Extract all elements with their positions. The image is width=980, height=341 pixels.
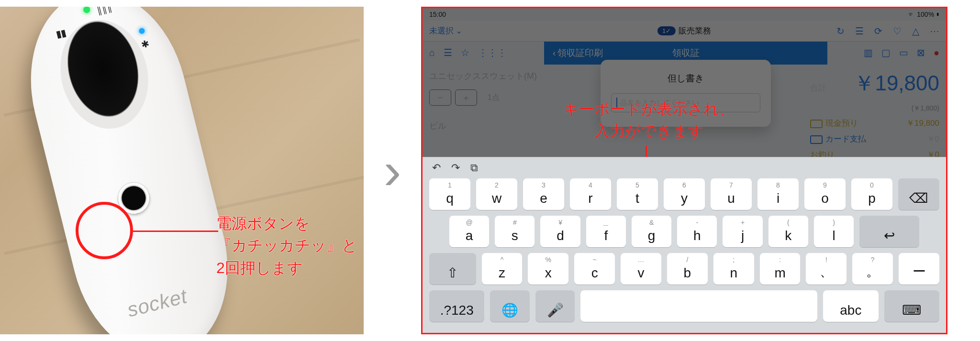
callout-circle: [76, 202, 133, 259]
key-g[interactable]: &g: [632, 216, 671, 247]
scanner-body: ▮▮ ║║║ ✱ socket: [10, 7, 248, 334]
key-i[interactable]: 8i: [757, 178, 799, 210]
key-abc[interactable]: abc: [823, 290, 878, 322]
key-b[interactable]: /b: [667, 253, 708, 285]
key-k[interactable]: (k: [768, 216, 808, 247]
key-f[interactable]: ＿f: [586, 216, 626, 247]
key-m[interactable]: :m: [760, 253, 801, 285]
key-p[interactable]: 0p: [851, 178, 892, 210]
key-r[interactable]: 4r: [570, 178, 611, 210]
scanner-photo-panel: ▮▮ ║║║ ✱ socket 電源ボタンを 『カチッカチッ』と 2回押します: [0, 7, 364, 334]
key-shift[interactable]: ⇧: [429, 253, 476, 285]
key-e[interactable]: 3e: [523, 178, 564, 210]
undo-icon[interactable]: ↶: [432, 162, 441, 174]
key-return[interactable]: ↩: [859, 216, 919, 247]
key-d[interactable]: ¥d: [540, 216, 580, 247]
key-y[interactable]: 6y: [664, 178, 705, 210]
key-c[interactable]: ~c: [574, 253, 615, 285]
annotation-right: キーボードが表示され、 入力ができます: [563, 98, 735, 143]
key-w[interactable]: 2w: [476, 178, 517, 210]
key-u[interactable]: 7u: [711, 178, 752, 210]
key-o[interactable]: 9o: [804, 178, 846, 210]
key-l[interactable]: )l: [814, 216, 854, 247]
key-backspace[interactable]: ⌫: [898, 178, 939, 210]
barcode-icon: ║║║: [95, 7, 112, 16]
battery-icon: ▮▮: [55, 26, 67, 40]
key-。[interactable]: ?。: [852, 253, 893, 285]
led-green: [83, 7, 91, 14]
callout-leader: [133, 231, 218, 232]
key-q[interactable]: 1q: [429, 178, 470, 210]
key-hide[interactable]: ⌨: [884, 290, 939, 322]
brand-text: socket: [125, 285, 189, 321]
key-a[interactable]: @a: [449, 216, 489, 247]
redo-icon[interactable]: ↷: [451, 162, 460, 174]
key-mic[interactable]: 🎤: [535, 290, 575, 322]
bluetooth-icon: ✱: [140, 37, 150, 50]
key-x[interactable]: %x: [528, 253, 568, 285]
annotation-left: 電源ボタンを 『カチッカチッ』と 2回押します: [216, 212, 357, 279]
copy-icon[interactable]: ⧉: [470, 162, 478, 174]
arrow-icon: ›: [364, 140, 421, 201]
led-blue: [138, 27, 145, 34]
keyboard: ↶ ↷ ⧉ 1q2w3e4r5t6y7u8i9o0p⌫ @a#s¥d＿f&g-h…: [423, 157, 946, 333]
key-h[interactable]: -h: [677, 216, 717, 247]
key-j[interactable]: +j: [723, 216, 762, 247]
key-globe[interactable]: 🌐: [490, 290, 529, 322]
key-t[interactable]: 5t: [617, 178, 658, 210]
key-numeric[interactable]: .?123: [429, 290, 484, 322]
ipad-panel: 15:00 ᯤ 100% ▮ 未選択 ⌄ 1✓ 販売業務 ↻ ☰ ⟳ ♡ △ ⋯: [421, 7, 947, 334]
key-z[interactable]: ^z: [482, 253, 523, 285]
key-s[interactable]: #s: [495, 216, 535, 247]
key-v[interactable]: …v: [621, 253, 661, 285]
key-n[interactable]: ;n: [713, 253, 754, 285]
key-、[interactable]: !、: [806, 253, 846, 285]
key-ー[interactable]: ー: [899, 253, 939, 285]
key-space[interactable]: [580, 290, 817, 322]
